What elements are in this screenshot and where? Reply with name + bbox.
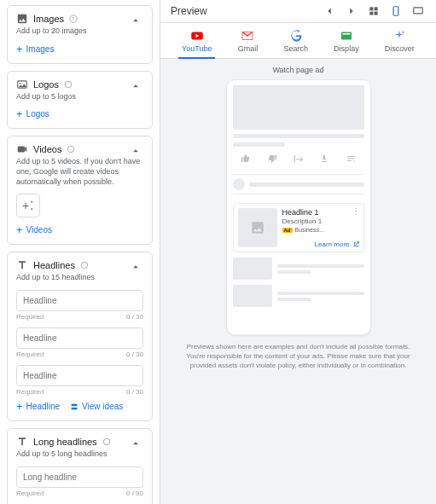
- logos-subtitle: Add up to 5 logos: [16, 92, 143, 102]
- next-ad-button[interactable]: [344, 3, 359, 19]
- ad-badge: Ad: [282, 228, 293, 233]
- svg-point-10: [103, 438, 110, 445]
- tab-discover[interactable]: Discover: [381, 28, 418, 58]
- long-headlines-title: Long headlines: [33, 437, 97, 447]
- svg-point-7: [81, 263, 88, 269]
- add-video-box[interactable]: +⁚: [16, 194, 40, 217]
- add-logos-link[interactable]: +Logos: [16, 108, 49, 119]
- logos-card: Logos Add up to 5 logos +Logos: [7, 71, 153, 130]
- videos-subtitle: Add up to 5 videos. If you don't have on…: [16, 157, 143, 187]
- ad-headline: Headline 1: [282, 208, 359, 217]
- svg-rect-18: [414, 8, 423, 14]
- headlines-subtitle: Add up to 15 headlines: [16, 273, 143, 283]
- ad-format-label: Watch page ad: [272, 66, 323, 74]
- svg-rect-17: [393, 7, 398, 16]
- chevron-up-icon[interactable]: [130, 145, 143, 159]
- display-icon: [339, 30, 354, 42]
- tab-youtube[interactable]: YouTube: [178, 28, 215, 58]
- headline-input-3[interactable]: [16, 365, 143, 386]
- svg-rect-13: [369, 7, 373, 10]
- preview-title: Preview: [171, 5, 207, 17]
- svg-rect-9: [72, 407, 78, 409]
- video-actions: [233, 154, 364, 165]
- cta-button[interactable]: Learn more: [315, 240, 360, 248]
- view-ideas-link[interactable]: View ideas: [70, 402, 123, 411]
- preview-tabs: YouTube Gmail Search Display Discover: [160, 23, 436, 59]
- desktop-view-button[interactable]: [410, 3, 426, 19]
- svg-point-6: [68, 147, 75, 154]
- ad-image-placeholder: [238, 208, 277, 247]
- add-headline-link[interactable]: +Headline: [16, 401, 60, 412]
- svg-point-4: [65, 81, 72, 88]
- long-headlines-card: Long headlines Add up to 5 long headline…: [7, 428, 153, 504]
- save-icon: [346, 154, 356, 165]
- ad-card: Headline 1 Description 1 Ad Business… ⋮ …: [233, 203, 364, 252]
- tab-display[interactable]: Display: [330, 28, 363, 58]
- images-subtitle: Add up to 20 images: [16, 26, 143, 37]
- help-icon[interactable]: [102, 437, 111, 446]
- ad-description: Description 1: [282, 217, 359, 225]
- channel-avatar: [233, 178, 245, 190]
- download-icon: [319, 154, 329, 165]
- help-icon[interactable]: [67, 145, 75, 154]
- char-counter: 0 / 30: [126, 313, 143, 321]
- svg-rect-14: [375, 7, 378, 10]
- business-name: Business…: [295, 227, 325, 233]
- svg-rect-21: [342, 33, 350, 35]
- tab-gmail[interactable]: Gmail: [235, 28, 262, 58]
- headlines-card: Headlines Add up to 15 headlines Require…: [7, 252, 153, 421]
- grid-view-button[interactable]: [366, 3, 381, 19]
- text-icon: [16, 259, 28, 271]
- tab-search[interactable]: Search: [280, 28, 311, 58]
- dislike-icon: [267, 154, 277, 165]
- headlines-title: Headlines: [33, 260, 75, 270]
- prev-ad-button[interactable]: [322, 3, 337, 19]
- mobile-view-button[interactable]: [388, 3, 404, 19]
- svg-rect-20: [341, 32, 352, 40]
- required-label: Required: [16, 313, 44, 321]
- video-icon: [16, 143, 28, 155]
- share-icon: [293, 154, 303, 165]
- phone-mockup: Headline 1 Description 1 Ad Business… ⋮ …: [226, 79, 371, 335]
- help-icon[interactable]: [80, 261, 89, 269]
- long-headline-input-1[interactable]: [16, 466, 143, 488]
- discover-icon: [392, 30, 407, 42]
- videos-title: Videos: [33, 144, 61, 154]
- svg-rect-8: [72, 403, 78, 406]
- images-card: Images ? Add up to 20 images +Images: [7, 5, 153, 64]
- text-icon: [16, 436, 28, 448]
- ad-menu-icon[interactable]: ⋮: [352, 207, 360, 216]
- svg-rect-5: [18, 147, 25, 153]
- preview-panel: Preview YouTube Gmail Search: [160, 0, 436, 504]
- svg-point-3: [20, 83, 21, 84]
- add-videos-link[interactable]: +Videos: [16, 224, 52, 235]
- chevron-up-icon[interactable]: [130, 14, 143, 28]
- add-images-link[interactable]: +Images: [16, 43, 54, 55]
- long-headlines-subtitle: Add up to 5 long headlines: [16, 449, 143, 460]
- video-thumbnail: [233, 85, 364, 130]
- images-title: Images: [33, 14, 64, 24]
- gmail-icon: [240, 30, 255, 42]
- headline-input-2[interactable]: [16, 327, 143, 349]
- svg-rect-15: [369, 12, 373, 15]
- help-icon[interactable]: ?: [69, 14, 78, 23]
- svg-rect-16: [375, 12, 378, 15]
- headline-input-1[interactable]: [16, 290, 143, 311]
- google-icon: [288, 30, 304, 42]
- logo-icon: [16, 78, 28, 90]
- youtube-icon: [189, 30, 205, 42]
- image-icon: [16, 13, 28, 25]
- logos-title: Logos: [33, 79, 59, 90]
- preview-disclaimer: Previews shown here are examples and don…: [167, 335, 429, 379]
- videos-card: Videos Add up to 5 videos. If you don't …: [7, 136, 153, 245]
- chevron-up-icon[interactable]: [130, 437, 143, 451]
- svg-text:?: ?: [73, 16, 75, 21]
- chevron-up-icon[interactable]: [130, 261, 143, 275]
- like-icon: [241, 154, 251, 165]
- help-icon[interactable]: [64, 80, 73, 89]
- assets-panel: Images ? Add up to 20 images +Images Log…: [0, 0, 160, 504]
- chevron-up-icon[interactable]: [130, 80, 143, 94]
